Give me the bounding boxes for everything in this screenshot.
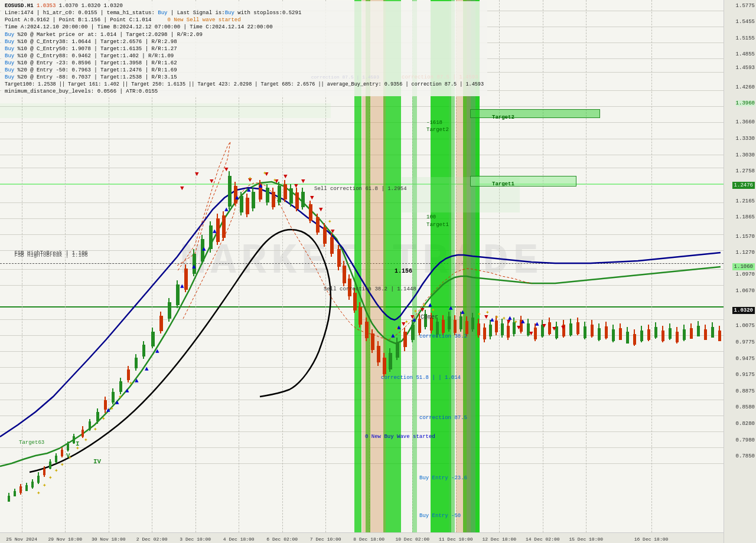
svg-rect-10 <box>25 485 28 491</box>
svg-text:✦: ✦ <box>273 176 277 184</box>
svg-rect-24 <box>67 444 69 450</box>
svg-rect-62 <box>216 218 220 242</box>
svg-rect-80 <box>272 192 275 207</box>
svg-text:✦: ✦ <box>485 309 490 316</box>
svg-rect-198 <box>654 327 657 338</box>
price-1303: 1.3030 <box>736 152 755 158</box>
svg-rect-92 <box>309 204 312 221</box>
svg-rect-82 <box>278 186 281 202</box>
svg-text:100: 100 <box>426 214 436 220</box>
svg-rect-54 <box>184 269 188 290</box>
svg-text:▲: ▲ <box>490 316 494 323</box>
svg-rect-36 <box>112 392 115 403</box>
svg-text:-1618: -1618 <box>426 120 442 126</box>
svg-rect-148 <box>483 328 486 339</box>
svg-rect-124 <box>411 325 415 340</box>
header-line-7: Buy %10 @ C_Entry88: 0.9462 | Target:1.4… <box>4 53 485 60</box>
svg-rect-88 <box>295 192 299 209</box>
svg-rect-16 <box>43 469 45 475</box>
price-1157: 1.1570 <box>736 234 755 240</box>
svg-rect-180 <box>591 325 594 336</box>
svg-rect-48 <box>159 316 163 331</box>
price-0858: 0.8580 <box>736 404 755 410</box>
price-1459: 1.4593 <box>736 65 755 71</box>
price-1366: 1.3660 <box>736 119 755 125</box>
svg-rect-6 <box>14 491 16 496</box>
svg-rect-42 <box>135 358 138 368</box>
svg-text:✦: ✦ <box>43 482 47 489</box>
svg-rect-84 <box>284 184 287 199</box>
time-label-6: 4 Dec 18:00 <box>223 537 255 542</box>
svg-text:Sell correction 61.8 | 1.2954: Sell correction 61.8 | 1.2954 <box>314 186 407 192</box>
svg-text:▲: ▲ <box>449 305 453 312</box>
time-label-3: 30 Nov 18:00 <box>92 537 126 542</box>
svg-rect-178 <box>584 326 586 338</box>
svg-text:▼: ▼ <box>542 322 546 329</box>
price-current: 1.0320 <box>732 307 755 314</box>
price-1485: 1.4855 <box>736 51 755 57</box>
svg-rect-120 <box>396 342 399 358</box>
svg-rect-208 <box>690 328 693 339</box>
svg-rect-116 <box>383 358 386 374</box>
svg-text:▼: ▼ <box>301 178 305 185</box>
svg-text:▼: ▼ <box>284 173 288 180</box>
svg-text:✦: ✦ <box>395 325 399 332</box>
svg-rect-216 <box>718 331 721 341</box>
svg-rect-150 <box>489 325 492 336</box>
svg-rect-1 <box>0 103 331 118</box>
price-1575: 1.5775 <box>736 3 755 9</box>
svg-rect-174 <box>569 323 572 335</box>
header-line-2: Point A:0.9162 | Point B:1.156 | Point C… <box>4 17 485 24</box>
price-1097: 1.0970 <box>736 272 755 277</box>
price-0977: 0.9775 <box>736 339 755 345</box>
svg-text:▲: ▲ <box>259 182 263 189</box>
svg-rect-44 <box>142 345 145 356</box>
svg-rect-14 <box>37 476 40 483</box>
svg-text:▲: ▲ <box>461 309 465 316</box>
svg-rect-214 <box>711 327 714 338</box>
svg-rect-144 <box>471 318 474 329</box>
svg-text:▼: ▼ <box>224 166 229 173</box>
svg-text:correction 87.5: correction 87.5 <box>419 415 467 421</box>
svg-rect-154 <box>501 323 504 335</box>
svg-rect-136 <box>448 316 451 329</box>
header-line-5: Buy %10 @ C_Entry38: 1.0644 | Target:2.6… <box>4 38 485 45</box>
time-label-5: 3 Dec 10:00 <box>180 537 211 542</box>
svg-rect-102 <box>343 266 346 283</box>
header-line-3: Time A:2024.12.10 20:00:00 | Time B:2024… <box>4 24 485 31</box>
price-1247: 1.2476 <box>732 182 755 189</box>
svg-text:▲: ▲ <box>235 194 239 201</box>
time-label-1: 25 Nov 2024 <box>6 537 37 542</box>
chart-container: MARKET TRADE <box>0 0 756 543</box>
svg-text:✦: ✦ <box>118 393 122 400</box>
svg-rect-212 <box>704 329 707 340</box>
svg-rect-94 <box>316 217 320 233</box>
svg-text:✦: ✦ <box>263 169 267 176</box>
svg-text:▼: ▼ <box>331 228 335 235</box>
header-line-9: Buy %20 @ Entry -50: 0.7963 | Target:1.2… <box>4 67 485 74</box>
svg-text:▲: ▲ <box>247 187 251 194</box>
time-label-11: 11 Dec 10:00 <box>439 537 473 542</box>
svg-text:✦: ✦ <box>405 318 409 325</box>
svg-text:▲: ▲ <box>412 316 416 323</box>
svg-text:▲: ▲ <box>180 283 184 290</box>
svg-rect-64 <box>222 215 226 238</box>
svg-text:I: I <box>76 440 80 447</box>
svg-rect-188 <box>619 328 622 340</box>
svg-rect-142 <box>465 321 468 334</box>
svg-rect-112 <box>371 333 374 350</box>
svg-text:✦: ✦ <box>431 306 435 313</box>
svg-rect-140 <box>460 316 462 329</box>
svg-rect-90 <box>301 192 305 207</box>
svg-text:▼: ▼ <box>561 324 565 331</box>
svg-text:✦: ✦ <box>37 489 41 496</box>
svg-text:▲: ▲ <box>192 263 196 270</box>
svg-text:✦: ✦ <box>477 310 481 318</box>
svg-rect-110 <box>365 322 369 338</box>
price-1426: 1.4260 <box>736 84 755 90</box>
svg-rect-182 <box>598 328 601 340</box>
svg-rect-50 <box>168 302 171 319</box>
svg-text:✦: ✦ <box>328 218 332 225</box>
price-0798: 0.7980 <box>736 437 755 443</box>
svg-rect-40 <box>127 369 130 380</box>
